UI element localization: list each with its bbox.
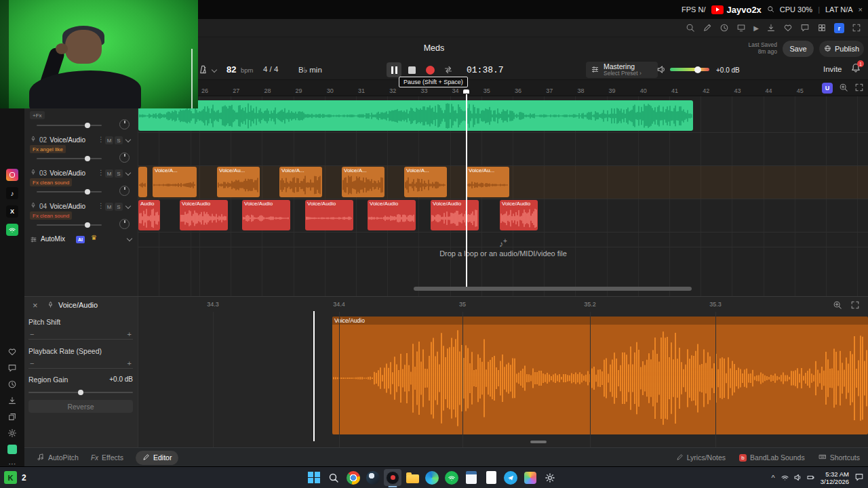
layers-icon[interactable] [7, 412, 17, 423]
track-row-3[interactable]: 03 Voice/Audio ⋮ M S Fx clean sound [24, 166, 138, 199]
monitor-icon[interactable] [736, 23, 746, 34]
loop-icon[interactable] [443, 64, 454, 77]
volume-slider[interactable] [37, 125, 102, 126]
bandlab-icon[interactable] [7, 445, 17, 454]
mastering-preset[interactable]: Select Preset › [604, 70, 642, 77]
taskbar-settings-icon[interactable] [541, 469, 559, 486]
r-badge-icon[interactable]: r [834, 23, 844, 33]
pan-knob[interactable] [119, 219, 130, 229]
tab-effects[interactable]: Fx Effects [91, 453, 123, 462]
tray-caret-icon[interactable]: ^ [772, 474, 775, 482]
bandlab-sounds-button[interactable]: b BandLab Sounds [739, 453, 805, 462]
audio-region-green[interactable] [138, 100, 693, 131]
download-icon[interactable] [766, 23, 776, 34]
lyrics-notes-button[interactable]: Lyrics/Notes [676, 453, 726, 462]
record-button[interactable] [426, 66, 435, 75]
audio-region-red[interactable]: Voice/Audio [431, 200, 479, 230]
clock[interactable]: 5:32 AM 3/12/2026 [821, 470, 849, 485]
track-menu-icon[interactable]: ⋮ [98, 169, 104, 176]
region-gain-slider[interactable] [28, 392, 133, 393]
taskbar-notepad-icon[interactable] [482, 469, 500, 486]
audio-region-red[interactable]: Voice/Audio [180, 200, 228, 230]
tab-editor[interactable]: Editor [136, 451, 178, 465]
volume-knob[interactable] [694, 66, 701, 73]
taskbar-photos-icon[interactable] [521, 469, 539, 486]
pencil-icon[interactable] [703, 23, 712, 34]
tray-battery-icon[interactable] [806, 473, 815, 483]
taskbar-search-icon[interactable] [325, 469, 342, 486]
plus-icon[interactable]: + [127, 330, 132, 338]
expand-icon[interactable] [852, 23, 861, 34]
tiktok-icon[interactable]: ♪ [6, 187, 18, 199]
instagram-icon[interactable] [6, 169, 18, 181]
horizontal-scrollbar[interactable] [414, 287, 692, 291]
pan-knob[interactable] [119, 152, 130, 163]
collapse-chevron-icon[interactable] [125, 203, 131, 209]
editor-zoom-icon[interactable] [833, 300, 842, 311]
playback-rate-stepper[interactable]: − + [28, 358, 133, 369]
notification-center-icon[interactable] [854, 472, 864, 483]
notifications-bell[interactable]: 1 [850, 62, 861, 75]
download-icon[interactable] [7, 396, 17, 407]
speaker-icon[interactable] [656, 64, 667, 76]
master-volume-slider[interactable] [670, 68, 709, 71]
zoom-in-icon[interactable] [839, 83, 848, 94]
editor-scrollbar[interactable] [530, 441, 547, 443]
x-icon[interactable]: X [6, 205, 18, 218]
tray-wifi-icon[interactable] [781, 473, 789, 483]
taskbar-obs-icon[interactable] [384, 469, 401, 486]
playhead[interactable] [466, 94, 467, 289]
audio-region-orange[interactable]: Voice/A... [279, 167, 322, 197]
volume-slider[interactable] [37, 158, 102, 159]
shortcuts-button[interactable]: Shortcuts [818, 453, 860, 462]
track-row-4[interactable]: 04 Voice/Audio ⋮ M S Fx clean sound [24, 199, 138, 232]
taskbar-edge-icon[interactable] [423, 469, 441, 486]
playhead-handle[interactable] [463, 89, 469, 94]
minus-icon[interactable]: − [30, 359, 34, 367]
fx-badge[interactable]: Fx angel like [30, 145, 66, 153]
mute-button[interactable]: M [105, 169, 113, 178]
mute-button[interactable]: M [105, 203, 113, 211]
time-signature[interactable]: 4 / 4 [263, 65, 278, 73]
collapse-chevron-icon[interactable] [125, 170, 131, 176]
fx-badge[interactable]: Fx clean sound [30, 211, 72, 220]
editor-playhead[interactable] [313, 311, 315, 441]
grid-icon[interactable] [817, 23, 827, 34]
reverse-button[interactable]: Reverse [28, 400, 133, 413]
track-row-2[interactable]: 02 Voice/Audio ⋮ M S Fx angel like [24, 133, 138, 166]
plus-icon[interactable]: + [127, 359, 132, 367]
audio-region-red[interactable]: Voice/Audio [242, 200, 290, 230]
close-icon[interactable]: × [859, 5, 863, 14]
audio-region-orange[interactable] [138, 167, 147, 197]
audio-region-orange[interactable]: Voice/A... [404, 167, 447, 197]
audio-region-red[interactable]: Audio [138, 200, 160, 230]
editor-audio-region[interactable]: Voice/Audio [332, 317, 868, 434]
mute-button[interactable]: M [105, 136, 113, 144]
track-menu-icon[interactable]: ⋮ [98, 136, 104, 143]
taskbar-spotify-icon[interactable] [443, 469, 460, 486]
user-badge[interactable]: U [822, 83, 833, 94]
editor-expand-icon[interactable] [850, 300, 860, 311]
collapse-chevron-icon[interactable] [125, 137, 131, 142]
tab-autopitch[interactable]: AutoPitch [37, 453, 79, 462]
play-icon[interactable]: ▶ [753, 24, 759, 32]
mastering-section[interactable]: Mastering Select Preset › [586, 62, 658, 78]
search-icon[interactable] [686, 23, 695, 34]
arrangement-area[interactable]: ♪+ Drop a loop or an audio/MIDI/video fi… [138, 96, 868, 296]
solo-button[interactable]: S [115, 203, 123, 211]
bpm-value[interactable]: 82 [226, 64, 236, 75]
volume-slider[interactable] [37, 191, 102, 192]
volume-slider[interactable] [37, 224, 102, 226]
audio-region-orange[interactable]: Voice/Au... [217, 167, 260, 197]
chat-icon[interactable] [7, 363, 17, 374]
taskbar-file-explorer-icon[interactable] [403, 469, 421, 486]
taskbar-chrome-icon[interactable] [344, 469, 362, 486]
audio-region-red[interactable]: Voice/Audio [305, 200, 353, 230]
fx-badge[interactable]: Fx clean sound [30, 178, 72, 186]
invite-button[interactable]: Invite [823, 65, 842, 73]
audio-region-orange[interactable]: Voice/A... [342, 167, 384, 197]
stop-button[interactable] [408, 66, 416, 74]
minus-icon[interactable]: − [30, 330, 34, 338]
spotify-icon[interactable] [6, 224, 18, 236]
metronome-icon[interactable] [198, 64, 208, 76]
